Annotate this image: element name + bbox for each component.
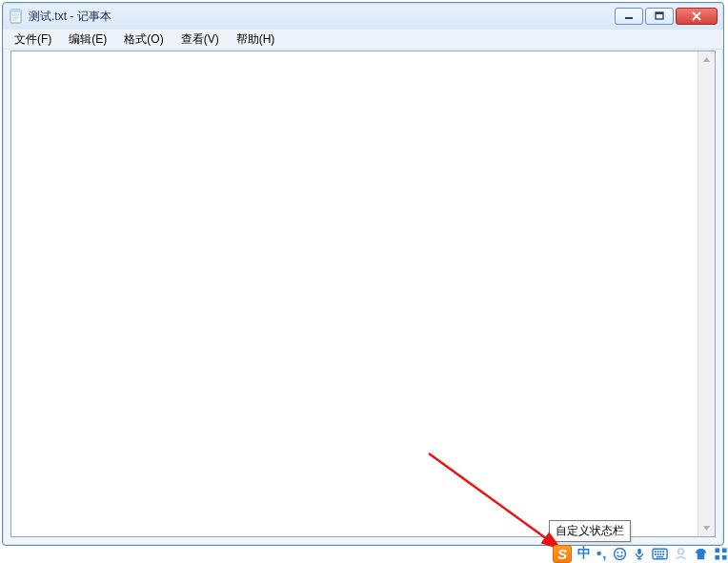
ime-sogou-logo-icon[interactable]: S bbox=[553, 545, 572, 563]
svg-rect-17 bbox=[638, 548, 642, 553]
menu-edit[interactable]: 编辑(E) bbox=[61, 30, 114, 49]
svg-rect-34 bbox=[722, 554, 727, 559]
svg-rect-32 bbox=[722, 548, 727, 553]
window-controls bbox=[615, 8, 718, 25]
svg-rect-28 bbox=[663, 553, 665, 555]
svg-point-16 bbox=[621, 552, 623, 553]
scroll-up-arrow-icon[interactable] bbox=[698, 51, 715, 68]
ime-status-bar: S 中 •, bbox=[553, 545, 728, 562]
window-title: 测试.txt - 记事本 bbox=[29, 9, 111, 25]
minimize-button[interactable] bbox=[615, 8, 643, 25]
svg-point-14 bbox=[615, 548, 626, 559]
menu-view[interactable]: 查看(V) bbox=[173, 30, 227, 49]
title-bar[interactable]: 测试.txt - 记事本 bbox=[3, 3, 723, 30]
svg-rect-27 bbox=[660, 553, 662, 555]
svg-rect-31 bbox=[716, 548, 720, 553]
ime-tooltip: 自定义状态栏 bbox=[549, 520, 631, 542]
svg-point-15 bbox=[617, 552, 619, 553]
ime-voice-icon[interactable] bbox=[633, 547, 646, 561]
menu-help[interactable]: 帮助(H) bbox=[229, 30, 283, 49]
editor-client-area bbox=[10, 50, 716, 537]
notepad-window: 测试.txt - 记事本 文件(F) 编辑(E) 格式(O) 查看(V) 帮助(… bbox=[2, 2, 724, 546]
svg-rect-22 bbox=[657, 551, 659, 553]
close-button[interactable] bbox=[676, 8, 718, 25]
scroll-down-arrow-icon[interactable] bbox=[698, 520, 715, 536]
svg-marker-12 bbox=[703, 526, 710, 531]
svg-point-30 bbox=[678, 549, 684, 554]
svg-rect-25 bbox=[655, 553, 657, 555]
ime-soft-keyboard-icon[interactable] bbox=[652, 548, 668, 560]
svg-line-10 bbox=[693, 12, 700, 20]
svg-rect-7 bbox=[656, 12, 663, 19]
svg-rect-26 bbox=[657, 553, 659, 555]
menu-file[interactable]: 文件(F) bbox=[7, 30, 59, 49]
ime-punctuation-toggle[interactable]: •, bbox=[597, 549, 607, 558]
svg-rect-23 bbox=[660, 551, 662, 553]
vertical-scrollbar[interactable] bbox=[698, 51, 715, 536]
ime-toolbox-icon[interactable] bbox=[714, 547, 728, 561]
svg-rect-33 bbox=[716, 554, 720, 559]
ime-login-icon[interactable] bbox=[674, 547, 688, 561]
ime-language-toggle[interactable]: 中 bbox=[577, 545, 591, 562]
menu-format[interactable]: 格式(O) bbox=[116, 30, 171, 49]
svg-rect-24 bbox=[663, 551, 665, 553]
svg-marker-11 bbox=[703, 57, 710, 62]
ime-skin-icon[interactable] bbox=[694, 547, 708, 561]
text-editor[interactable] bbox=[11, 51, 698, 536]
ime-emoji-icon[interactable] bbox=[613, 547, 627, 561]
menu-bar: 文件(F) 编辑(E) 格式(O) 查看(V) 帮助(H) bbox=[3, 30, 723, 50]
notepad-icon bbox=[9, 9, 24, 24]
svg-rect-21 bbox=[655, 551, 657, 553]
svg-line-9 bbox=[693, 12, 700, 20]
svg-rect-1 bbox=[10, 10, 21, 12]
svg-rect-29 bbox=[657, 555, 664, 557]
maximize-button[interactable] bbox=[645, 8, 674, 25]
